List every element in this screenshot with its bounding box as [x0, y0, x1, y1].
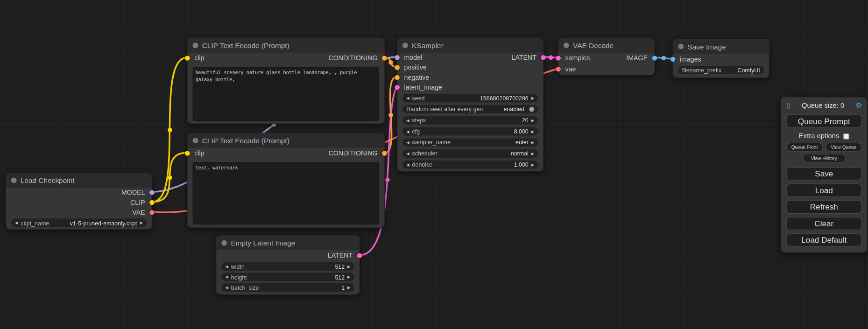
node-save-image[interactable]: Save Image images filename_prefix ComfyU…: [673, 39, 769, 78]
arrow-right-icon[interactable]: ▶: [531, 162, 534, 166]
extra-options-checkbox[interactable]: [843, 133, 849, 139]
output-slot-clip[interactable]: [149, 200, 155, 205]
node-title-bar[interactable]: CLIP Text Encode (Prompt): [188, 133, 384, 148]
node-ksampler[interactable]: KSampler model LATENT positive negative …: [397, 38, 543, 172]
output-slot-image[interactable]: [652, 56, 657, 61]
collapse-dot-icon[interactable]: [221, 240, 227, 246]
arrow-left-icon[interactable]: ◀: [406, 118, 409, 122]
clear-button[interactable]: Clear: [786, 217, 862, 230]
node-title: KSampler: [412, 41, 444, 49]
node-canvas[interactable]: Load Checkpoint MODEL CLIP VAE ◀ ckpt_na…: [0, 0, 868, 329]
collapse-dot-icon[interactable]: [11, 178, 17, 183]
input-slot-positive[interactable]: [395, 65, 400, 70]
node-title-bar[interactable]: Load Checkpoint: [6, 173, 152, 188]
node-title-bar[interactable]: Empty Latent Image: [217, 236, 360, 250]
widget-height[interactable]: ◀ height 512 ▶: [221, 273, 354, 281]
collapse-dot-icon[interactable]: [193, 138, 198, 143]
widget-width[interactable]: ◀ width 512 ▶: [221, 262, 354, 271]
node-title-bar[interactable]: KSampler: [397, 38, 543, 53]
arrow-right-icon[interactable]: ▶: [531, 96, 534, 100]
node-clip-text-encode-positive[interactable]: CLIP Text Encode (Prompt) clip CONDITION…: [187, 38, 385, 124]
node-vae-decode[interactable]: VAE Decode samples IMAGE vae: [558, 38, 655, 76]
collapse-dot-icon[interactable]: [402, 42, 408, 48]
arrow-right-icon[interactable]: ▶: [531, 151, 534, 155]
arrow-left-icon[interactable]: ◀: [226, 265, 228, 268]
view-history-button[interactable]: View History: [803, 154, 846, 163]
output-slot-conditioning[interactable]: [382, 56, 387, 61]
widget-value: normal: [511, 150, 529, 156]
input-slot-clip[interactable]: [185, 151, 190, 156]
widget-label: denoise: [412, 161, 433, 168]
input-slot-model[interactable]: [395, 55, 400, 60]
input-slot-negative[interactable]: [395, 75, 400, 80]
input-slot-samples[interactable]: [556, 56, 561, 61]
output-label-vae: VAE: [132, 209, 145, 217]
arrow-left-icon[interactable]: ◀: [15, 221, 18, 224]
widget-label: filename_prefix: [682, 67, 721, 73]
node-clip-text-encode-negative[interactable]: CLIP Text Encode (Prompt) clip CONDITION…: [187, 133, 385, 228]
prompt-textarea[interactable]: beautiful scenery nature glass bottle la…: [193, 67, 380, 121]
collapse-dot-icon[interactable]: [564, 42, 569, 48]
queue-prompt-button[interactable]: Queue Prompt: [786, 114, 862, 127]
widget-seed[interactable]: ◀ seed 156680208700286 ▶: [402, 94, 538, 102]
output-label-latent: LATENT: [511, 54, 536, 62]
widget-steps[interactable]: ◀ steps 20 ▶: [402, 116, 538, 124]
arrow-right-icon[interactable]: ▶: [347, 265, 350, 268]
output-slot-model[interactable]: [149, 190, 155, 195]
arrow-left-icon[interactable]: ◀: [406, 140, 409, 144]
input-slot-vae[interactable]: [556, 67, 561, 72]
arrow-left-icon[interactable]: ◀: [406, 96, 409, 100]
input-label-positive: positive: [404, 63, 426, 71]
output-slot-latent[interactable]: [357, 253, 362, 258]
collapse-dot-icon[interactable]: [678, 44, 684, 49]
widget-scheduler[interactable]: ◀ scheduler normal ▶: [402, 149, 538, 158]
widget-filename-prefix[interactable]: filename_prefix ComfyUI: [678, 66, 764, 74]
arrow-right-icon[interactable]: ▶: [140, 221, 142, 224]
input-label-vae: vae: [565, 65, 576, 73]
widget-batch-size[interactable]: ◀ batch_size 1 ▶: [221, 283, 354, 292]
input-label-model: model: [404, 54, 422, 62]
settings-gear-icon[interactable]: ⚙: [855, 101, 862, 110]
arrow-right-icon[interactable]: ▶: [531, 140, 534, 144]
node-load-checkpoint[interactable]: Load Checkpoint MODEL CLIP VAE ◀ ckpt_na…: [6, 173, 152, 230]
output-slot-vae[interactable]: [149, 210, 155, 215]
input-slot-clip[interactable]: [185, 56, 190, 61]
load-button[interactable]: Load: [786, 184, 862, 197]
widget-ckpt-name[interactable]: ◀ ckpt_name v1-5-pruned-emaonly.ckpt ▶: [11, 218, 147, 227]
arrow-left-icon[interactable]: ◀: [406, 129, 409, 133]
arrow-left-icon[interactable]: ◀: [406, 162, 409, 166]
node-title-bar[interactable]: CLIP Text Encode (Prompt): [188, 38, 384, 53]
arrow-right-icon[interactable]: ▶: [347, 275, 350, 279]
output-slot-latent[interactable]: [541, 55, 546, 60]
arrow-right-icon[interactable]: ▶: [347, 286, 350, 289]
widget-cfg[interactable]: ◀ cfg 8.000 ▶: [402, 127, 538, 135]
node-title-bar[interactable]: VAE Decode: [558, 38, 654, 53]
collapse-dot-icon[interactable]: [193, 42, 198, 48]
widget-value: 1: [341, 284, 345, 291]
prompt-textarea[interactable]: text, watermark: [193, 162, 380, 224]
widget-random-seed-toggle[interactable]: Random seed after every gen enabled: [402, 105, 538, 113]
widget-sampler-name[interactable]: ◀ sampler_name euler ▶: [402, 138, 538, 147]
output-label-conditioning: CONDITIONING: [328, 149, 377, 157]
queue-front-button[interactable]: Queue Front: [786, 143, 823, 152]
node-title-bar[interactable]: Save Image: [673, 39, 769, 54]
output-slot-conditioning[interactable]: [382, 151, 387, 156]
arrow-left-icon[interactable]: ◀: [226, 286, 228, 289]
drag-handle-icon[interactable]: ⣿: [786, 102, 791, 109]
arrow-right-icon[interactable]: ▶: [531, 118, 534, 122]
arrow-right-icon[interactable]: ▶: [531, 129, 534, 133]
widget-denoise[interactable]: ◀ denoise 1.000 ▶: [402, 160, 538, 168]
refresh-button[interactable]: Refresh: [786, 200, 862, 213]
view-queue-button[interactable]: View Queue: [825, 143, 862, 152]
arrow-left-icon[interactable]: ◀: [226, 275, 228, 279]
node-empty-latent-image[interactable]: Empty Latent Image LATENT ◀ width 512 ▶ …: [216, 235, 360, 295]
load-default-button[interactable]: Load Default: [786, 233, 862, 246]
save-button[interactable]: Save: [786, 167, 862, 180]
widget-label: batch_size: [231, 284, 259, 291]
arrow-left-icon[interactable]: ◀: [406, 151, 409, 155]
toggle-indicator-icon[interactable]: [529, 106, 534, 112]
widget-value: ComfyUI: [737, 67, 760, 73]
input-slot-latent-image[interactable]: [395, 85, 400, 90]
input-slot-images[interactable]: [670, 57, 676, 62]
comfyui-menu-panel[interactable]: ⣿ Queue size: 0 ⚙ Queue Prompt Extra opt…: [781, 97, 868, 252]
